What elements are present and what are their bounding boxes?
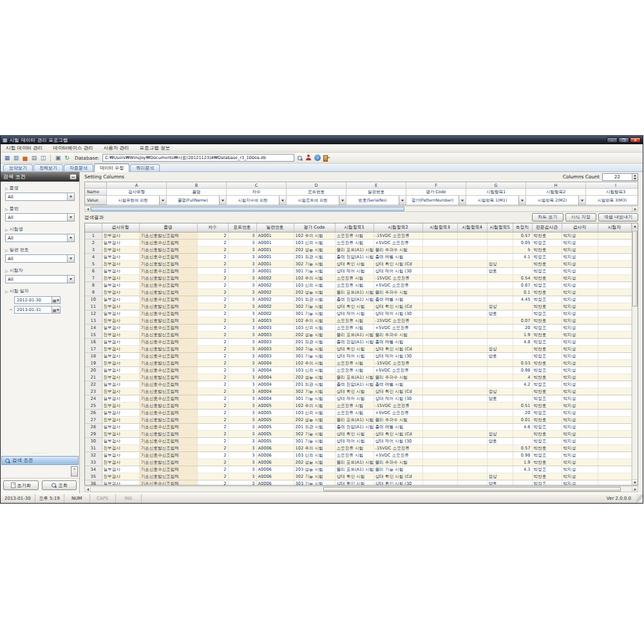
row-number[interactable]: 11 [85, 303, 102, 310]
chevron-down-icon[interactable] [159, 196, 166, 205]
chevron-down-icon[interactable] [578, 196, 585, 205]
report-icon[interactable]: ▤ [30, 154, 38, 162]
bar-chart-icon[interactable]: ▅ [21, 154, 29, 162]
column-name-cell[interactable]: 로트번호 [287, 189, 346, 196]
date-to-picker[interactable]: 2013-01-31 ▦ [14, 306, 61, 314]
row-number[interactable]: 17 [85, 345, 102, 352]
chevron-down-icon[interactable] [67, 193, 74, 200]
table-row[interactable]: 32 일부검사 기초신호수신조립체 2 3 A0006 103 신뢰 시험 소모… [85, 451, 631, 459]
chevron-down-icon[interactable] [518, 196, 526, 205]
results-action-button[interactable]: 엑셀 내보내기 [598, 213, 638, 222]
filter-dropdown[interactable]: All [5, 193, 75, 201]
row-number[interactable]: 29 [85, 430, 102, 437]
menu-item[interactable]: 프로그램 정보 [135, 144, 175, 152]
row-number[interactable]: 32 [85, 451, 102, 459]
table-row[interactable]: 21 전부검사 기초신호발신조립체 2 3 A0004 202 성능 시험 물리… [85, 374, 631, 381]
table-row[interactable]: 5 전부검사 기초신호발신조립체 2 3 A0001 302 기능 시험 상태 … [85, 260, 631, 267]
panel-expander-button[interactable]: » [71, 466, 78, 477]
table-row[interactable]: 11 전부검사 기초신호발신조립체 2 3 A0002 302 기능 시험 상태… [85, 303, 631, 310]
scroll-up-icon[interactable] [632, 223, 638, 229]
maximize-button[interactable]: ❐ [618, 137, 629, 143]
summary-view-icon[interactable]: ▥ [12, 154, 20, 162]
column-value-dropdown[interactable]: 시험로트에 의한 [287, 196, 346, 205]
exit-icon[interactable] [323, 154, 330, 162]
row-number[interactable]: 25 [85, 402, 102, 409]
column-value-dropdown[interactable]: 번호(SerialNo) [346, 196, 406, 205]
row-number[interactable]: 14 [85, 324, 102, 331]
row-number[interactable]: 36 [85, 480, 102, 485]
table-row[interactable]: 34 일부검사 기초신호수신조립체 2 3 A0006 203 성능 시험 물리… [85, 466, 631, 473]
table-row[interactable]: 29 전부검사 기초신호발신조립체 2 3 A0005 302 기능 시험 상태… [85, 430, 631, 437]
row-number[interactable]: 13 [85, 317, 102, 324]
chevron-down-icon[interactable] [219, 196, 226, 205]
menu-item[interactable]: 데이터베이스 관리 [48, 144, 98, 152]
row-number[interactable]: 9 [85, 289, 102, 296]
column-header[interactable]: 로트번호 [228, 223, 256, 232]
chevron-down-icon[interactable] [67, 234, 74, 242]
column-value-dropdown[interactable]: 시험유형에 의한 [107, 196, 167, 205]
table-row[interactable]: 26 일부검사 기초신호수신조립체 2 3 A0005 103 신뢰 시험 소모… [85, 409, 631, 416]
scroll-left-icon[interactable] [85, 487, 91, 491]
column-header[interactable]: 시험항목2 [374, 223, 422, 232]
column-header[interactable]: 전문검사관 [532, 223, 562, 232]
row-number[interactable]: 30 [85, 437, 102, 444]
table-row[interactable]: 15 전부검사 기초신호발신조립체 2 3 A0003 202 성능 시험 물리… [85, 331, 631, 338]
table-row[interactable]: 16 일부검사 기초신호수신조립체 2 3 A0003 201 외관 시험 출력… [85, 338, 631, 345]
row-number[interactable]: 15 [85, 331, 102, 338]
table-row[interactable]: 24 일부검사 기초신호수신조립체 2 3 A0004 301 기능 시험 상태… [85, 395, 631, 402]
column-name-cell[interactable]: 일련번호 [346, 189, 406, 196]
window-icon[interactable]: ◫ [39, 154, 47, 162]
row-number[interactable]: 1 [85, 232, 102, 239]
column-header[interactable]: 차수 [197, 223, 228, 232]
table-row[interactable]: 23 전부검사 기초신호발신조립체 2 3 A0004 302 기능 시험 상태… [85, 388, 631, 395]
refresh-icon[interactable]: ↻ [63, 154, 71, 162]
calendar-icon[interactable]: ▦ [52, 307, 60, 313]
accordion-search-condition[interactable]: 검색 조건 [1, 456, 79, 465]
row-number[interactable]: 7 [85, 274, 102, 281]
table-row[interactable]: 25 전부검사 기초신호발신조립체 2 3 A0005 102 주의 시험 소모… [85, 402, 631, 409]
column-value-dropdown[interactable]: 시험항목 1(M1) [466, 196, 526, 205]
column-name-cell[interactable]: 시험항목1 [466, 189, 526, 196]
splitter-handle[interactable]: ········· [1, 451, 79, 456]
table-row[interactable]: 13 전부검사 기초신호발신조립체 2 3 A0003 102 주의 시험 소모… [85, 317, 631, 324]
scroll-right-icon[interactable] [632, 207, 638, 211]
column-header[interactable]: 일련번호 [256, 223, 294, 232]
column-header[interactable]: 시험항목5 [487, 223, 513, 232]
row-number[interactable]: 3 [85, 246, 102, 253]
user-icon[interactable] [305, 154, 312, 162]
scrollbar-thumb[interactable] [323, 487, 621, 491]
row-number[interactable]: 33 [85, 459, 102, 466]
scrollbar-thumb[interactable] [91, 207, 404, 211]
results-action-button[interactable]: 서식 저장 [565, 213, 596, 222]
row-number[interactable]: 10 [85, 296, 102, 303]
tab[interactable]: 쿼리분석 [130, 164, 160, 171]
chevron-down-icon[interactable] [67, 255, 74, 262]
table-row[interactable]: 2 일부검사 기초신호수신조립체 2 3 A0001 103 신뢰 시험 소모전… [85, 239, 631, 246]
search-icon[interactable] [296, 154, 303, 162]
column-value-dropdown[interactable]: 품명(FullName) [167, 196, 227, 205]
row-number[interactable]: 18 [85, 352, 102, 359]
scrollbar-thumb[interactable] [632, 231, 638, 307]
scroll-left-icon[interactable] [85, 207, 91, 211]
column-header[interactable]: 품명 [139, 223, 197, 232]
row-number[interactable]: 16 [85, 338, 102, 345]
table-row[interactable]: 35 전부검사 기초신호발신조립체 2 3 A0006 302 기능 시험 상태… [85, 473, 631, 480]
table-row[interactable]: 4 일부검사 기초신호수신조립체 2 3 A0001 201 외관 시험 출력 … [85, 253, 631, 260]
row-number[interactable]: 24 [85, 395, 102, 402]
sidebar-collapse-icon[interactable]: ↔ [70, 174, 77, 180]
table-row[interactable]: 9 전부검사 기초신호발신조립체 2 3 A0002 202 성능 시험 물리 … [85, 289, 631, 296]
row-number[interactable]: 22 [85, 381, 102, 388]
row-number[interactable]: 12 [85, 310, 102, 317]
close-button[interactable]: ✕ [630, 137, 641, 143]
filter-dropdown[interactable]: All [5, 234, 75, 242]
row-number[interactable]: 34 [85, 466, 102, 473]
row-number[interactable]: 5 [85, 260, 102, 267]
date-from-picker[interactable]: 2012-01-30 ▦ [14, 296, 61, 304]
table-row[interactable]: 22 일부검사 기초신호수신조립체 2 3 A0004 201 외관 시험 출력… [85, 381, 631, 388]
results-action-button[interactable]: 차트 보기 [532, 213, 563, 222]
tab[interactable]: 자료분석 [64, 164, 93, 171]
row-number[interactable]: 31 [85, 444, 102, 451]
column-name-cell[interactable]: 평가 Code [406, 189, 466, 196]
column-value-dropdown[interactable]: 평가(PatternNumber) [406, 196, 466, 205]
column-header[interactable]: 시험자 [598, 223, 631, 232]
